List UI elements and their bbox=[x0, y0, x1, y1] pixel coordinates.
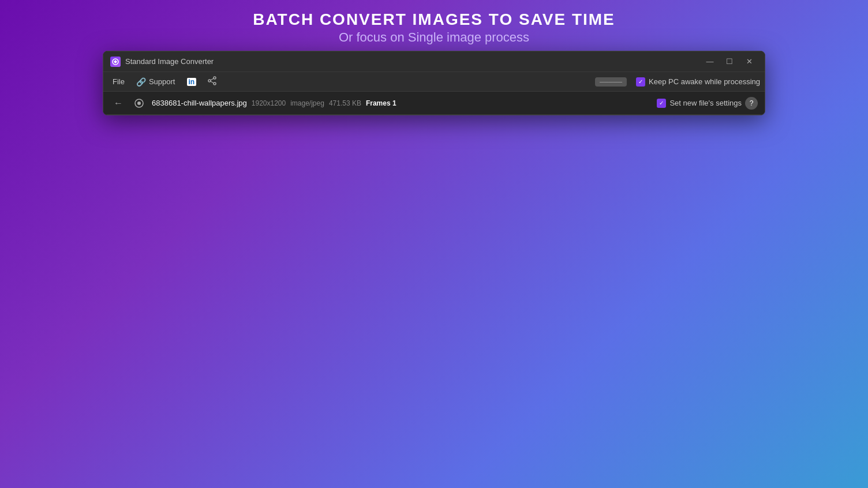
file-menu[interactable]: File bbox=[108, 75, 129, 88]
svg-line-5 bbox=[211, 81, 214, 83]
support-menu[interactable]: 🔗 Support bbox=[132, 75, 180, 89]
file-size: 471.53 KB bbox=[329, 99, 361, 107]
file-dimensions: 1920x1200 bbox=[252, 99, 286, 107]
menu-bar-right: ───── ✓ Keep PC awake while processing bbox=[595, 77, 760, 87]
frames-label: Frames bbox=[366, 99, 391, 107]
share-icon bbox=[208, 76, 217, 87]
keyboard-hint: ───── bbox=[595, 77, 627, 87]
svg-point-2 bbox=[214, 82, 216, 85]
linkedin-icon: in bbox=[187, 78, 197, 86]
menu-bar: File 🔗 Support in ───── ✓ bbox=[103, 72, 765, 92]
close-button[interactable]: ✕ bbox=[740, 55, 758, 69]
app-window: Standard Image Converter — ☐ ✕ File 🔗 Su… bbox=[103, 51, 765, 115]
promo-subtitle: Or focus on Single image process bbox=[253, 30, 615, 45]
keep-awake-label: Keep PC awake while processing bbox=[649, 77, 760, 86]
maximize-button[interactable]: ☐ bbox=[721, 55, 738, 69]
title-bar: Standard Image Converter — ☐ ✕ bbox=[103, 51, 765, 72]
app-icon bbox=[110, 57, 121, 67]
svg-point-7 bbox=[137, 102, 141, 105]
keep-awake-checkbox[interactable]: ✓ bbox=[636, 77, 645, 87]
file-name: 6838681-chill-wallpapers.jpg bbox=[152, 99, 247, 107]
file-type: image/jpeg bbox=[290, 99, 324, 107]
set-new-files-checkbox-item[interactable]: ✓ Set new file's settings bbox=[657, 99, 742, 108]
window-title: Standard Image Converter bbox=[125, 57, 701, 66]
file-menu-label: File bbox=[113, 77, 125, 86]
promo-title: BATCH CONVERT IMAGES TO SAVE TIME bbox=[253, 10, 615, 29]
share-button[interactable] bbox=[203, 74, 222, 89]
set-new-files-checkbox[interactable]: ✓ bbox=[657, 99, 666, 108]
file-bar-right: ✓ Set new file's settings ? bbox=[657, 97, 758, 110]
svg-line-4 bbox=[211, 78, 214, 80]
support-icon: 🔗 bbox=[136, 77, 146, 87]
file-frames: Frames 1 bbox=[366, 99, 396, 107]
svg-point-3 bbox=[208, 80, 211, 82]
minimize-button[interactable]: — bbox=[701, 55, 719, 69]
preview-toggle-button[interactable] bbox=[131, 95, 147, 111]
keep-awake-checkbox-item[interactable]: ✓ Keep PC awake while processing bbox=[636, 77, 760, 87]
support-label: Support bbox=[149, 77, 175, 86]
svg-point-1 bbox=[214, 77, 216, 79]
help-button[interactable]: ? bbox=[745, 97, 758, 110]
back-button[interactable]: ← bbox=[110, 95, 126, 111]
frames-value: 1 bbox=[392, 99, 396, 107]
promo-header: BATCH CONVERT IMAGES TO SAVE TIME Or foc… bbox=[253, 10, 615, 45]
set-new-files-label: Set new file's settings bbox=[669, 99, 742, 107]
window-controls: — ☐ ✕ bbox=[701, 55, 758, 69]
file-info-bar: ← 6838681-chill-wallpapers.jpg 1920x1200… bbox=[103, 92, 765, 115]
linkedin-button[interactable]: in bbox=[182, 76, 201, 88]
